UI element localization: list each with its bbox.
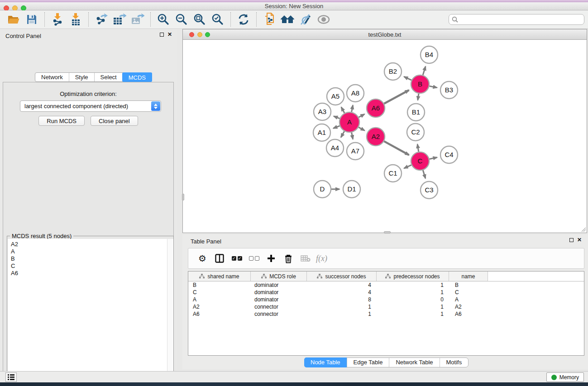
graph-edge[interactable]: [423, 67, 425, 75]
graph-edge[interactable]: [341, 107, 344, 113]
show-graphics-details-icon[interactable]: [316, 12, 331, 27]
result-item[interactable]: C: [11, 262, 173, 270]
table-row[interactable]: Adominator80A: [188, 296, 584, 303]
result-item[interactable]: B: [11, 255, 173, 262]
import-network-icon[interactable]: [50, 12, 65, 27]
table-row[interactable]: A6connector11A6: [188, 310, 584, 318]
network-zoom-button[interactable]: [205, 32, 210, 37]
graph-node[interactable]: C4: [440, 146, 458, 163]
network-close-button[interactable]: [189, 32, 194, 37]
graph-node[interactable]: B: [411, 75, 429, 93]
graph-edge[interactable]: [334, 116, 339, 119]
graph-edge[interactable]: [423, 170, 425, 178]
zoom-fit-icon[interactable]: [192, 12, 207, 27]
tab-network[interactable]: Network: [35, 73, 69, 81]
tab-node-table[interactable]: Node Table: [304, 357, 347, 367]
network-minimize-button[interactable]: [197, 32, 202, 37]
home-pages-icon[interactable]: [280, 12, 295, 27]
graph-node[interactable]: C: [411, 152, 429, 170]
graph-edge[interactable]: [430, 86, 437, 87]
task-history-button[interactable]: [5, 372, 17, 382]
table-row[interactable]: Bdominator41B: [188, 281, 584, 289]
column-header[interactable]: shared name: [188, 272, 251, 281]
column-header[interactable]: MCDS role: [251, 272, 307, 281]
splitter-grip[interactable]: [384, 231, 391, 234]
table-row[interactable]: Cdominator41C: [188, 289, 584, 296]
graph-edge[interactable]: [404, 165, 411, 168]
graph-node[interactable]: A2: [367, 128, 385, 146]
column-header[interactable]: predecessor nodes: [377, 272, 449, 281]
result-item[interactable]: A: [11, 248, 173, 255]
export-image-icon[interactable]: [130, 12, 145, 27]
tab-mcds[interactable]: MCDS: [122, 72, 152, 82]
graph-edge[interactable]: [418, 94, 419, 100]
table-row[interactable]: A2connector11A2: [188, 303, 584, 310]
float-panel-icon[interactable]: [569, 238, 574, 242]
graph-node[interactable]: A3: [314, 103, 331, 120]
table-settings-icon[interactable]: ⚙: [194, 250, 211, 267]
graph-node[interactable]: A7: [347, 143, 364, 160]
graph-edge[interactable]: [417, 144, 419, 152]
new-session-from-network-icon[interactable]: [262, 12, 277, 27]
save-session-icon[interactable]: [24, 12, 39, 27]
graph-edge[interactable]: [430, 157, 437, 159]
run-mcds-button[interactable]: Run MCDS: [38, 116, 85, 126]
close-panel-icon[interactable]: ✕: [577, 238, 582, 242]
mcds-result-list[interactable]: A2ABCA6: [8, 239, 173, 386]
add-column-icon[interactable]: [263, 250, 280, 267]
graph-node[interactable]: A5: [327, 88, 344, 105]
graph-edge[interactable]: [404, 76, 412, 80]
tab-motifs[interactable]: Motifs: [440, 358, 468, 367]
graph-node[interactable]: A: [339, 112, 359, 132]
resize-grip-icon[interactable]: [581, 227, 586, 232]
export-network-icon[interactable]: [94, 12, 109, 27]
graph-node[interactable]: A8: [347, 85, 364, 102]
refresh-layout-icon[interactable]: [236, 12, 251, 27]
graph-edge[interactable]: [359, 127, 364, 130]
search-field[interactable]: [449, 14, 584, 25]
zoom-out-icon[interactable]: [174, 12, 189, 27]
graph-edge[interactable]: [384, 90, 409, 104]
select-all-rows-icon[interactable]: ✓✓: [228, 250, 245, 267]
graph-node[interactable]: C2: [407, 124, 424, 141]
splitter-grip[interactable]: [182, 194, 184, 200]
graph-node[interactable]: C3: [421, 181, 438, 199]
graph-node[interactable]: B4: [421, 46, 438, 63]
graph-node[interactable]: C1: [384, 165, 402, 182]
graph-node[interactable]: A4: [326, 139, 344, 157]
show-columns-icon[interactable]: [211, 250, 228, 267]
graph-node[interactable]: B2: [384, 63, 402, 80]
graph-edge[interactable]: [352, 105, 353, 112]
network-canvas[interactable]: B4B2BB3A8A5A6A3B1AA1C2A2A4A7C4CC1C3DD1: [183, 40, 587, 233]
float-panel-icon[interactable]: [160, 33, 164, 37]
graph-node[interactable]: B1: [407, 104, 425, 121]
tab-edge-table[interactable]: Edge Table: [347, 358, 389, 367]
graph-node[interactable]: A1: [313, 124, 330, 141]
hide-annotations-icon[interactable]: [298, 12, 313, 27]
graph-edge[interactable]: [333, 126, 339, 128]
column-header[interactable]: name: [449, 272, 488, 281]
import-table-icon[interactable]: [68, 12, 83, 27]
unselect-all-rows-icon[interactable]: [245, 250, 263, 267]
column-header[interactable]: successor nodes: [307, 272, 377, 281]
graph-node[interactable]: B3: [440, 81, 458, 99]
tab-select[interactable]: Select: [94, 73, 123, 81]
zoom-in-icon[interactable]: [156, 12, 171, 27]
result-item[interactable]: A2: [11, 241, 173, 248]
graph-edge[interactable]: [352, 133, 353, 139]
graph-node[interactable]: A6: [367, 99, 385, 117]
close-panel-icon[interactable]: ✕: [167, 33, 172, 37]
result-item[interactable]: A6: [11, 270, 173, 277]
open-session-icon[interactable]: [6, 12, 21, 27]
result-scrollbar[interactable]: [167, 239, 173, 386]
criterion-dropdown[interactable]: largest connected component (directed): [20, 100, 161, 112]
graph-node[interactable]: D1: [343, 181, 360, 198]
delete-table-icon[interactable]: [297, 250, 314, 267]
zoom-selected-icon[interactable]: [210, 12, 225, 27]
search-input[interactable]: [459, 15, 584, 24]
graph-node[interactable]: D: [314, 181, 331, 198]
tab-network-table[interactable]: Network Table: [389, 358, 439, 367]
function-builder-icon[interactable]: f(x): [316, 254, 327, 263]
graph-edge[interactable]: [359, 114, 364, 117]
graph-edge[interactable]: [341, 131, 344, 137]
